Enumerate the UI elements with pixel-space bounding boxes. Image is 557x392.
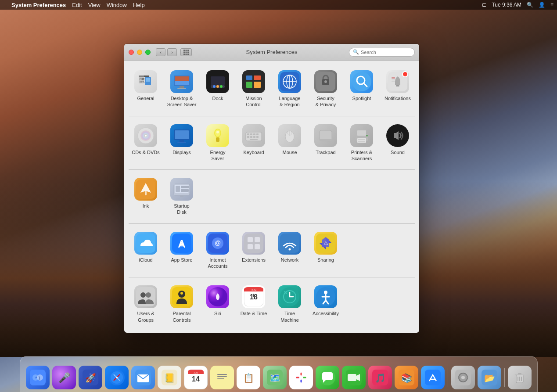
pref-network[interactable]: Network <box>273 229 307 272</box>
pref-keyboard[interactable]: Keyboard <box>237 122 271 165</box>
pref-mission[interactable]: MissionControl <box>237 68 271 111</box>
pref-internet[interactable]: @ InternetAccounts <box>201 229 235 272</box>
menubar-window[interactable]: Window <box>107 2 127 8</box>
system-preferences-window: ‹ › System Preferences 🔍 <box>124 44 419 333</box>
pref-sharing[interactable]: ⚠ Sharing <box>309 229 343 272</box>
svg-rect-46 <box>392 81 395 82</box>
dock-books[interactable]: 📚 <box>395 366 418 389</box>
back-button[interactable]: ‹ <box>156 48 165 56</box>
internet-label: InternetAccounts <box>208 257 227 270</box>
control-center-icon[interactable]: ≡ <box>550 2 553 8</box>
search-icon[interactable]: 🔍 <box>527 2 533 8</box>
pref-icloud[interactable]: iCloud <box>129 229 163 272</box>
internet-icon: @ <box>206 232 229 255</box>
pref-ink[interactable]: Ink <box>129 175 163 218</box>
search-input[interactable] <box>361 50 411 55</box>
pref-parental[interactable]: ParentalControls <box>165 283 199 326</box>
pref-siri[interactable]: Siri <box>201 283 235 326</box>
svg-rect-45 <box>392 79 395 80</box>
pref-desktop[interactable]: Desktop &Screen Saver <box>165 68 199 111</box>
pref-timemachine[interactable]: TimeMachine <box>273 283 307 326</box>
pref-startup[interactable]: StartupDisk <box>165 175 199 218</box>
security-label: Security& Privacy <box>316 95 336 108</box>
dock-safari[interactable] <box>105 366 129 389</box>
close-button[interactable] <box>129 50 134 55</box>
pref-displays[interactable]: Displays <box>165 122 199 165</box>
svg-rect-154 <box>214 370 230 385</box>
icloud-label: iCloud <box>139 257 152 263</box>
dock-maps[interactable]: 🗺️ <box>263 366 287 389</box>
pref-language[interactable]: Language& Region <box>273 68 307 111</box>
pref-dock[interactable]: Dock <box>201 68 235 111</box>
menubar-right: ⊏ Tue 9:36 AM 🔍 👤 ≡ <box>482 2 553 8</box>
pref-security[interactable]: Security& Privacy <box>309 68 343 111</box>
pref-general[interactable]: File New... General <box>129 68 163 111</box>
dock-launchpad[interactable]: 🚀 <box>79 366 102 389</box>
dock-notes[interactable] <box>210 366 234 389</box>
maximize-button[interactable] <box>145 50 151 55</box>
desktop-label: Desktop &Screen Saver <box>167 95 197 108</box>
pref-datetime[interactable]: JUN 18 Date & Time <box>237 283 271 326</box>
dock-photos[interactable] <box>289 366 313 389</box>
titlebar-nav: ‹ › <box>156 48 177 56</box>
grid-view-button[interactable] <box>180 48 192 56</box>
appstore-icon: A <box>170 232 193 255</box>
pref-accessibility[interactable]: Accessibility <box>309 283 343 326</box>
menubar-time: Tue 9:36 AM <box>492 2 521 8</box>
pref-trackpad[interactable]: Trackpad <box>309 122 343 165</box>
accessibility-icon <box>314 285 337 308</box>
pref-printers[interactable]: Printers &Scanners <box>345 122 379 165</box>
svg-rect-1 <box>186 50 187 51</box>
dock-messages[interactable] <box>316 366 339 389</box>
dock-contacts[interactable]: 📒 <box>158 366 181 389</box>
svg-text:📂: 📂 <box>484 373 495 383</box>
dock-facetime[interactable] <box>342 366 366 389</box>
pref-appstore[interactable]: A App Store <box>165 229 199 272</box>
dock-mail[interactable] <box>131 366 155 389</box>
general-label: General <box>137 95 154 101</box>
dock-appstore[interactable] <box>421 366 445 389</box>
svg-point-183 <box>461 376 465 379</box>
svg-rect-29 <box>246 82 252 88</box>
menubar-edit[interactable]: Edit <box>72 2 82 8</box>
pref-mouse[interactable]: Mouse <box>273 122 307 165</box>
menubar-app-name[interactable]: System Preferences <box>11 2 66 8</box>
svg-rect-43 <box>396 85 399 86</box>
user-icon[interactable]: 👤 <box>539 2 545 8</box>
pref-users[interactable]: Users &Groups <box>129 283 163 326</box>
svg-rect-6 <box>183 54 185 55</box>
dock-sysprefs[interactable] <box>451 366 475 389</box>
svg-text:⚠: ⚠ <box>323 240 328 246</box>
trackpad-icon <box>314 124 337 147</box>
dock-siri[interactable]: 🎤 <box>52 366 76 389</box>
mission-icon <box>242 70 265 93</box>
dock-calendar[interactable]: JUN14 <box>184 366 208 389</box>
svg-text:^: ^ <box>35 376 38 380</box>
forward-button[interactable]: › <box>167 48 177 56</box>
displays-icon <box>170 124 193 147</box>
keyboard-icon <box>242 124 265 147</box>
svg-rect-54 <box>177 142 186 143</box>
svg-rect-156 <box>217 376 227 377</box>
pref-cds[interactable]: CDs & DVDs <box>129 122 163 165</box>
pref-spotlight[interactable]: Spotlight <box>345 68 379 111</box>
pref-energy[interactable]: EnergySaver <box>201 122 235 165</box>
notification-center-icon[interactable]: ⊏ <box>482 2 486 8</box>
dock-downloads[interactable]: 📂 <box>478 366 501 389</box>
dock-trash[interactable] <box>508 366 532 389</box>
keyboard-label: Keyboard <box>243 149 264 155</box>
notification-badge <box>402 71 408 77</box>
search-bar[interactable]: 🔍 <box>349 48 415 57</box>
menubar-help[interactable]: Help <box>133 2 145 8</box>
icloud-icon <box>134 232 157 255</box>
svg-text:File: File <box>140 77 144 80</box>
pref-sound[interactable]: Sound <box>381 122 415 165</box>
dock-finder[interactable]: ^ ) <box>26 366 50 389</box>
menubar-view[interactable]: View <box>88 2 101 8</box>
pref-notifications[interactable]: Notifications <box>381 68 415 111</box>
pref-extensions[interactable]: Extensions <box>237 229 271 272</box>
minimize-button[interactable] <box>137 50 142 55</box>
titlebar: ‹ › System Preferences 🔍 <box>124 44 419 61</box>
dock-music[interactable]: 🎵 <box>368 366 392 389</box>
dock-reminders[interactable]: 📋 <box>237 366 260 389</box>
